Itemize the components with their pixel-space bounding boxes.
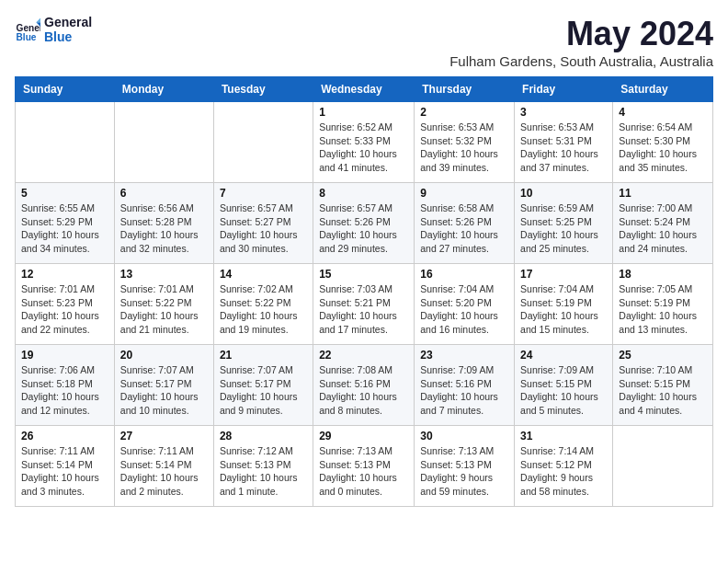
col-tuesday: Tuesday xyxy=(213,77,313,102)
calendar-week-row: 1Sunrise: 6:52 AMSunset: 5:33 PMDaylight… xyxy=(16,102,713,183)
calendar-cell: 5Sunrise: 6:55 AMSunset: 5:29 PMDaylight… xyxy=(16,183,115,264)
calendar-cell: 17Sunrise: 7:04 AMSunset: 5:19 PMDayligh… xyxy=(515,264,613,345)
day-number: 29 xyxy=(319,430,408,442)
svg-text:Blue: Blue xyxy=(17,32,37,42)
calendar-week-row: 26Sunrise: 7:11 AMSunset: 5:14 PMDayligh… xyxy=(16,426,713,507)
day-number: 7 xyxy=(220,187,307,200)
calendar-cell: 13Sunrise: 7:01 AMSunset: 5:22 PMDayligh… xyxy=(114,264,213,345)
day-info: Sunrise: 6:52 AMSunset: 5:33 PMDaylight:… xyxy=(319,121,408,175)
calendar-cell: 19Sunrise: 7:06 AMSunset: 5:18 PMDayligh… xyxy=(16,345,115,426)
calendar-cell: 3Sunrise: 6:53 AMSunset: 5:31 PMDaylight… xyxy=(515,102,613,183)
day-number: 6 xyxy=(120,187,208,200)
day-info: Sunrise: 7:10 AMSunset: 5:15 PMDaylight:… xyxy=(619,363,707,418)
day-info: Sunrise: 7:04 AMSunset: 5:19 PMDaylight:… xyxy=(520,282,607,337)
day-number: 9 xyxy=(420,187,508,200)
day-info: Sunrise: 6:53 AMSunset: 5:32 PMDaylight:… xyxy=(420,121,508,175)
day-info: Sunrise: 6:59 AMSunset: 5:25 PMDaylight:… xyxy=(520,201,607,256)
calendar-cell: 15Sunrise: 7:03 AMSunset: 5:21 PMDayligh… xyxy=(313,264,415,345)
day-number: 12 xyxy=(21,268,108,281)
calendar-header-row: Sunday Monday Tuesday Wednesday Thursday… xyxy=(16,77,713,102)
day-info: Sunrise: 7:09 AMSunset: 5:16 PMDaylight:… xyxy=(420,363,508,418)
day-number: 25 xyxy=(619,349,707,362)
day-info: Sunrise: 7:13 AMSunset: 5:13 PMDaylight:… xyxy=(420,444,508,499)
day-number: 19 xyxy=(21,349,108,362)
day-info: Sunrise: 7:01 AMSunset: 5:22 PMDaylight:… xyxy=(120,282,208,337)
day-number: 13 xyxy=(120,268,208,281)
day-info: Sunrise: 7:09 AMSunset: 5:15 PMDaylight:… xyxy=(520,363,607,418)
day-number: 28 xyxy=(220,430,307,442)
day-info: Sunrise: 6:58 AMSunset: 5:26 PMDaylight:… xyxy=(420,201,508,256)
day-number: 31 xyxy=(520,430,607,442)
calendar-cell: 27Sunrise: 7:11 AMSunset: 5:14 PMDayligh… xyxy=(114,426,213,507)
day-number: 20 xyxy=(120,349,208,362)
day-info: Sunrise: 7:07 AMSunset: 5:17 PMDaylight:… xyxy=(220,363,307,418)
calendar-cell: 1Sunrise: 6:52 AMSunset: 5:33 PMDaylight… xyxy=(313,102,415,183)
calendar-cell xyxy=(213,102,313,183)
calendar-week-row: 12Sunrise: 7:01 AMSunset: 5:23 PMDayligh… xyxy=(16,264,713,345)
day-info: Sunrise: 7:07 AMSunset: 5:17 PMDaylight:… xyxy=(120,363,208,418)
day-info: Sunrise: 7:13 AMSunset: 5:13 PMDaylight:… xyxy=(319,444,408,499)
day-number: 3 xyxy=(520,106,607,119)
calendar-cell: 22Sunrise: 7:08 AMSunset: 5:16 PMDayligh… xyxy=(313,345,415,426)
day-number: 23 xyxy=(420,349,508,362)
calendar-cell: 18Sunrise: 7:05 AMSunset: 5:19 PMDayligh… xyxy=(613,264,713,345)
day-info: Sunrise: 7:04 AMSunset: 5:20 PMDaylight:… xyxy=(420,282,508,337)
day-info: Sunrise: 7:05 AMSunset: 5:19 PMDaylight:… xyxy=(619,282,707,337)
calendar-cell: 4Sunrise: 6:54 AMSunset: 5:30 PMDaylight… xyxy=(613,102,713,183)
page-header: General Blue General Blue May 2024 Fulha… xyxy=(15,15,713,69)
col-monday: Monday xyxy=(114,77,213,102)
calendar-cell: 26Sunrise: 7:11 AMSunset: 5:14 PMDayligh… xyxy=(16,426,115,507)
calendar-cell xyxy=(114,102,213,183)
day-number: 18 xyxy=(619,268,707,281)
day-info: Sunrise: 7:14 AMSunset: 5:12 PMDaylight:… xyxy=(520,444,607,499)
calendar-cell xyxy=(16,102,115,183)
calendar-cell: 28Sunrise: 7:12 AMSunset: 5:13 PMDayligh… xyxy=(213,426,313,507)
calendar-week-row: 19Sunrise: 7:06 AMSunset: 5:18 PMDayligh… xyxy=(16,345,713,426)
calendar-cell: 29Sunrise: 7:13 AMSunset: 5:13 PMDayligh… xyxy=(313,426,415,507)
calendar-cell: 6Sunrise: 6:56 AMSunset: 5:28 PMDaylight… xyxy=(114,183,213,264)
day-info: Sunrise: 6:56 AMSunset: 5:28 PMDaylight:… xyxy=(120,201,208,256)
svg-marker-3 xyxy=(36,18,40,23)
day-number: 1 xyxy=(319,106,408,119)
day-info: Sunrise: 6:55 AMSunset: 5:29 PMDaylight:… xyxy=(21,201,108,256)
calendar-cell: 12Sunrise: 7:01 AMSunset: 5:23 PMDayligh… xyxy=(16,264,115,345)
col-sunday: Sunday xyxy=(16,77,115,102)
col-thursday: Thursday xyxy=(415,77,515,102)
day-info: Sunrise: 7:01 AMSunset: 5:23 PMDaylight:… xyxy=(21,282,108,337)
day-info: Sunrise: 6:57 AMSunset: 5:26 PMDaylight:… xyxy=(319,201,408,256)
day-number: 11 xyxy=(619,187,707,200)
day-number: 5 xyxy=(21,187,108,200)
title-area: May 2024 Fulham Gardens, South Australia… xyxy=(449,15,713,69)
calendar-cell: 10Sunrise: 6:59 AMSunset: 5:25 PMDayligh… xyxy=(515,183,613,264)
calendar-cell: 20Sunrise: 7:07 AMSunset: 5:17 PMDayligh… xyxy=(114,345,213,426)
day-number: 10 xyxy=(520,187,607,200)
day-info: Sunrise: 6:53 AMSunset: 5:31 PMDaylight:… xyxy=(520,121,607,175)
calendar-cell: 9Sunrise: 6:58 AMSunset: 5:26 PMDaylight… xyxy=(415,183,515,264)
day-number: 22 xyxy=(319,349,408,362)
calendar-cell: 14Sunrise: 7:02 AMSunset: 5:22 PMDayligh… xyxy=(213,264,313,345)
logo-blue-text: Blue xyxy=(44,29,72,44)
day-info: Sunrise: 7:11 AMSunset: 5:14 PMDaylight:… xyxy=(21,444,108,499)
calendar-cell: 24Sunrise: 7:09 AMSunset: 5:15 PMDayligh… xyxy=(515,345,613,426)
calendar-table: Sunday Monday Tuesday Wednesday Thursday… xyxy=(15,76,713,507)
day-info: Sunrise: 7:11 AMSunset: 5:14 PMDaylight:… xyxy=(120,444,208,499)
day-number: 4 xyxy=(619,106,707,119)
calendar-cell: 21Sunrise: 7:07 AMSunset: 5:17 PMDayligh… xyxy=(213,345,313,426)
day-number: 17 xyxy=(520,268,607,281)
calendar-cell: 8Sunrise: 6:57 AMSunset: 5:26 PMDaylight… xyxy=(313,183,415,264)
col-friday: Friday xyxy=(515,77,613,102)
calendar-cell: 2Sunrise: 6:53 AMSunset: 5:32 PMDaylight… xyxy=(415,102,515,183)
day-info: Sunrise: 7:02 AMSunset: 5:22 PMDaylight:… xyxy=(220,282,307,337)
logo: General Blue General Blue xyxy=(15,15,92,44)
calendar-cell: 16Sunrise: 7:04 AMSunset: 5:20 PMDayligh… xyxy=(415,264,515,345)
day-number: 2 xyxy=(420,106,508,119)
col-saturday: Saturday xyxy=(613,77,713,102)
day-info: Sunrise: 7:03 AMSunset: 5:21 PMDaylight:… xyxy=(319,282,408,337)
day-number: 14 xyxy=(220,268,307,281)
calendar-cell: 30Sunrise: 7:13 AMSunset: 5:13 PMDayligh… xyxy=(415,426,515,507)
day-number: 21 xyxy=(220,349,307,362)
logo-icon: General Blue xyxy=(15,17,40,42)
day-info: Sunrise: 6:54 AMSunset: 5:30 PMDaylight:… xyxy=(619,121,707,175)
calendar-cell: 11Sunrise: 7:00 AMSunset: 5:24 PMDayligh… xyxy=(613,183,713,264)
location-text: Fulham Gardens, South Australia, Austral… xyxy=(449,53,713,69)
